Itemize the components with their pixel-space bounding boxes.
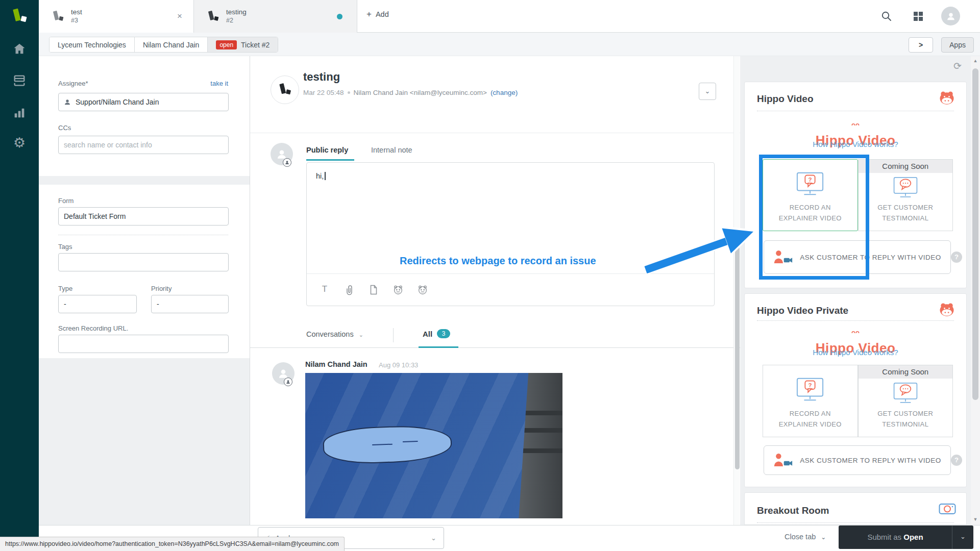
get-testimonial-card[interactable]: Coming Soon GET CUSTOMERTESTIMONIAL <box>858 365 953 437</box>
annotation-text: Redirects to webpage to record an issue <box>400 255 596 267</box>
scroll-up-icon[interactable]: ▲ <box>971 58 980 63</box>
svg-text:?: ? <box>808 177 812 183</box>
how-it-works-link[interactable]: How Hippo Video works? <box>745 140 966 148</box>
user-avatar[interactable] <box>941 7 960 26</box>
refresh-apps-icon[interactable]: ⟳ <box>953 60 962 72</box>
divider <box>757 111 954 111</box>
section-title: Breakout Room <box>757 505 829 516</box>
attachment-icon[interactable] <box>344 284 355 295</box>
submit-as-open-button[interactable]: Submit as Open <box>839 525 952 549</box>
hippo-icon <box>938 301 956 319</box>
hippo-video-section: Hippo Video ᴖᴖHippo Video How Hippo Vide… <box>744 82 967 288</box>
svg-text:?: ? <box>808 382 812 388</box>
message-timestamp: Aug 09 10:33 <box>379 361 418 369</box>
tab-public-reply[interactable]: Public reply <box>306 146 348 154</box>
insert-file-icon[interactable] <box>368 284 379 295</box>
record-explainer-card[interactable]: ? RECORD ANEXPLAINER VIDEO <box>763 159 858 231</box>
ticket-avatar <box>271 76 299 104</box>
submit-options-caret[interactable]: ⌄ <box>952 525 973 549</box>
section-title: Hippo Video Private <box>757 305 848 316</box>
tab-number: #3 <box>71 16 82 25</box>
ticket-subtitle: Mar 22 05:48 Nilam Chand Jain <nilam@lyc… <box>303 89 518 96</box>
priority-select[interactable]: - <box>151 295 229 313</box>
text-format-icon[interactable]: T <box>319 284 330 295</box>
priority-value: - <box>157 300 159 308</box>
active-filter-underline <box>419 346 458 348</box>
ccs-label: CCs <box>58 124 71 132</box>
record-explainer-icon: ? <box>794 169 826 197</box>
message-attachment-image[interactable] <box>305 373 562 518</box>
form-select[interactable]: Default Ticket Form <box>58 207 229 226</box>
change-requester-link[interactable]: (change) <box>491 89 518 96</box>
how-it-works-link[interactable]: How Hippo Video works? <box>745 348 966 357</box>
admin-gear-icon[interactable]: ⚙ <box>12 136 27 150</box>
ask-customer-reply-button[interactable]: ASK CUSTOMER TO REPLY WITH VIDEO <box>764 445 951 475</box>
record-explainer-card[interactable]: ? RECORD ANEXPLAINER VIDEO <box>763 365 858 437</box>
take-it-link[interactable]: take it <box>210 80 228 87</box>
coming-soon-banner: Coming Soon <box>859 365 953 379</box>
status-badge: open <box>216 40 237 49</box>
add-tab-button[interactable]: + Add <box>366 9 389 19</box>
scrollbar-thumb[interactable] <box>735 230 740 469</box>
breadcrumb-ticket[interactable]: open Ticket #2 <box>208 37 278 52</box>
filter-all-tab[interactable]: All 3 <box>423 329 450 338</box>
person-icon <box>945 11 957 22</box>
left-nav: ⚙ <box>0 33 39 551</box>
unsaved-dot-indicator <box>337 14 342 19</box>
type-select[interactable]: - <box>58 295 137 313</box>
tags-input[interactable] <box>58 253 229 271</box>
breadcrumb-org[interactable]: Lyceum Technologies <box>50 37 135 52</box>
conversation-scrollbar[interactable] <box>733 56 740 525</box>
tab-title: test <box>71 8 82 16</box>
tab-internal-note[interactable]: Internal note <box>371 146 412 154</box>
dot-separator <box>348 91 350 94</box>
person-icon <box>64 98 71 106</box>
scrollbar-thumb[interactable] <box>972 68 978 400</box>
ccs-input[interactable] <box>58 136 229 154</box>
add-label: Add <box>376 10 389 18</box>
close-tab-icon[interactable]: × <box>177 11 182 21</box>
home-icon[interactable] <box>12 42 27 56</box>
next-ticket-button[interactable]: > <box>909 37 933 53</box>
person-video-icon <box>773 250 793 264</box>
assignee-field[interactable]: Support/Nilam Chand Jain <box>58 93 229 111</box>
ticket-actions-dropdown[interactable]: ⌄ <box>699 83 716 100</box>
projector-icon <box>939 503 956 515</box>
divider <box>58 235 228 235</box>
section-title: Hippo Video <box>757 93 813 105</box>
message-author: Nilam Chand Jain <box>305 360 368 368</box>
apps-panel-scrollbar[interactable]: ▲ ▼ <box>971 56 980 525</box>
get-testimonial-card[interactable]: Coming Soon GET CUSTOMERTESTIMONIAL <box>858 159 953 231</box>
ticket-tab-test[interactable]: test #3 × <box>39 0 194 33</box>
ticket-tab-testing[interactable]: testing #2 <box>194 0 357 33</box>
ask-customer-reply-button[interactable]: ASK CUSTOMER TO REPLY WITH VIDEO <box>764 240 951 274</box>
hippo-video-app-icon[interactable] <box>393 284 404 295</box>
chevron-down-icon: ⌄ <box>431 534 436 542</box>
close-tab-dropdown[interactable]: Close tab ⌄ <box>785 533 826 541</box>
reporting-icon[interactable] <box>12 106 27 120</box>
text-cursor <box>325 172 326 180</box>
search-icon[interactable] <box>880 10 893 22</box>
screen-recording-label: Screen Recording URL. <box>58 324 128 332</box>
app-window: test #3 × testing #2 + Add <box>0 0 980 551</box>
agent-badge-icon <box>283 158 291 167</box>
tab-number: #2 <box>226 16 247 25</box>
zendesk-logo[interactable] <box>0 0 39 33</box>
product-tray-icon[interactable] <box>914 12 926 24</box>
help-icon[interactable]: ? <box>951 455 962 466</box>
ticket-requester: Nilam Chand Jain <nilam@lyceuminc.com> <box>354 89 487 96</box>
views-icon[interactable] <box>12 73 27 88</box>
reply-editor[interactable]: hi, T <box>306 162 715 306</box>
screen-recording-input[interactable] <box>58 335 229 353</box>
help-icon[interactable]: ? <box>951 252 962 263</box>
assignee-card: Assignee* take it Support/Nilam Chand Ja… <box>39 56 250 176</box>
apps-toggle-button[interactable]: Apps <box>941 37 974 53</box>
submit-button-group: Submit as Open ⌄ <box>839 525 973 549</box>
breadcrumb-requester[interactable]: Nilam Chand Jain <box>135 37 208 52</box>
divider <box>393 328 394 342</box>
hippo-video-private-app-icon[interactable] <box>417 284 428 295</box>
conversations-dropdown[interactable]: Conversations ⌄ <box>306 330 363 338</box>
hippo-video-private-section: Hippo Video Private ᴖᴖHippo Video How Hi… <box>744 293 967 487</box>
get-testimonial-icon <box>891 380 920 405</box>
scroll-down-icon[interactable]: ▼ <box>971 517 980 522</box>
